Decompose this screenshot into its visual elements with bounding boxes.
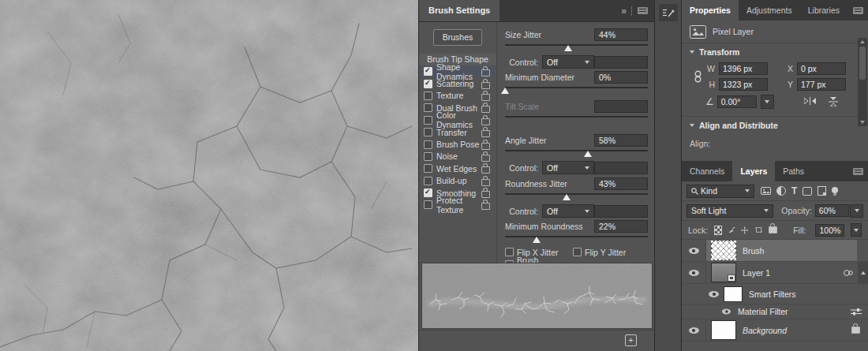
flip-vertical-icon[interactable] — [829, 97, 838, 106]
lock-image-pixels-icon[interactable] — [728, 226, 735, 234]
lock-all-icon[interactable] — [769, 226, 777, 233]
link-dimensions-icon[interactable] — [694, 70, 702, 83]
checkbox[interactable] — [424, 140, 432, 149]
brush-option-noise[interactable]: Noise — [419, 151, 496, 162]
lock-icon[interactable] — [481, 203, 490, 210]
lock-icon[interactable] — [481, 118, 490, 125]
visibility-eye-icon[interactable] — [689, 327, 699, 334]
panel-menu-icon[interactable] — [853, 7, 863, 14]
slider-thumb[interactable] — [501, 88, 509, 94]
size-control-dropdown[interactable]: Off — [542, 55, 594, 69]
filter-blend-options-icon[interactable] — [851, 308, 862, 316]
visibility-eye-icon[interactable] — [709, 291, 719, 297]
lock-transparent-pixels-icon[interactable] — [714, 226, 722, 235]
tab-paths[interactable]: Paths — [775, 161, 812, 181]
fill-input[interactable]: 100% — [815, 224, 844, 237]
filter-smart-objects-icon[interactable] — [817, 186, 826, 196]
visibility-eye-icon[interactable] — [689, 248, 699, 254]
brush-option-texture[interactable]: Texture — [419, 90, 496, 102]
lock-icon[interactable] — [481, 82, 490, 89]
filter-adjustment-layers-icon[interactable] — [776, 186, 786, 196]
layer-thumbnail[interactable] — [711, 241, 736, 260]
checkbox[interactable] — [424, 164, 432, 173]
checkbox[interactable] — [424, 80, 432, 88]
flip-y-checkbox[interactable] — [573, 248, 582, 256]
lock-icon[interactable] — [481, 106, 490, 113]
scrollbar-thumb[interactable] — [859, 47, 866, 80]
brush-option-color-dynamics[interactable]: Color Dynamics — [419, 114, 496, 126]
lock-icon[interactable] — [481, 191, 490, 198]
lock-icon[interactable] — [481, 69, 490, 77]
lock-icon[interactable] — [481, 94, 490, 101]
rotation-angle-input[interactable]: 0.00° — [717, 95, 757, 108]
flip-horizontal-icon[interactable] — [804, 97, 816, 105]
checkbox[interactable] — [424, 177, 432, 185]
layer-row-material-filter[interactable]: Material Filter — [682, 304, 868, 319]
checkbox[interactable] — [424, 91, 432, 100]
filter-kind-dropdown[interactable]: Kind — [687, 185, 754, 198]
opacity-dropdown-button[interactable] — [850, 204, 863, 218]
lock-icon[interactable] — [481, 155, 490, 162]
height-input[interactable]: 1323 px — [719, 78, 768, 91]
angle-jitter-value[interactable]: 58% — [594, 134, 648, 147]
tab-adjustments[interactable]: Adjustments — [739, 0, 800, 21]
slider-thumb[interactable] — [533, 237, 541, 243]
checkbox[interactable] — [424, 128, 432, 136]
slider-thumb[interactable] — [584, 151, 592, 157]
checkbox[interactable] — [424, 116, 432, 125]
tab-channels[interactable]: Channels — [682, 161, 732, 181]
filter-pixel-layers-icon[interactable] — [761, 187, 771, 195]
brush-settings-dock-icon[interactable] — [659, 4, 678, 21]
slider-thumb[interactable] — [563, 194, 571, 200]
roundness-jitter-value[interactable]: 43% — [594, 177, 648, 190]
layer-row-smart-filters[interactable]: Smart Filters — [682, 284, 868, 304]
angle-control-dropdown[interactable]: Off — [542, 161, 594, 174]
collapse-panel-icon[interactable]: » — [621, 6, 626, 17]
layer-row-background[interactable]: Background — [682, 319, 868, 342]
filter-name[interactable]: Material Filter — [738, 307, 788, 316]
lock-position-icon[interactable] — [741, 226, 748, 235]
lock-artboard-icon[interactable] — [755, 226, 762, 234]
document-canvas[interactable] — [0, 0, 418, 351]
blend-mode-dropdown[interactable]: Soft Light — [687, 204, 773, 218]
flip-x-checkbox[interactable] — [505, 248, 514, 256]
brush-option-wet-edges[interactable]: Wet Edges — [419, 162, 496, 174]
layer-thumbnail[interactable] — [711, 320, 736, 340]
minimum-roundness-slider[interactable] — [505, 233, 648, 245]
checkbox[interactable] — [424, 200, 432, 209]
tab-libraries[interactable]: Libraries — [800, 0, 847, 21]
smart-filter-icon[interactable] — [843, 269, 854, 277]
y-input[interactable]: 177 px — [797, 78, 846, 91]
layer-name[interactable]: Layer 1 — [743, 268, 770, 278]
x-input[interactable]: 0 px — [797, 62, 846, 75]
smart-filters-thumbnail[interactable] — [724, 286, 743, 302]
properties-scrollbar[interactable] — [858, 38, 867, 126]
filter-type-layers-icon[interactable]: T — [791, 187, 797, 195]
minimum-roundness-value[interactable]: 22% — [594, 220, 648, 233]
lock-icon[interactable] — [481, 143, 490, 150]
align-distribute-section-header[interactable]: Align and Distribute — [682, 117, 868, 134]
fill-dropdown-button[interactable] — [851, 223, 862, 237]
tab-layers[interactable]: Layers — [732, 161, 775, 181]
minimum-diameter-value[interactable]: 0% — [594, 71, 648, 84]
lock-icon[interactable] — [481, 179, 490, 186]
layer-filter-toggle-icon[interactable] — [832, 187, 838, 193]
collapse-smart-filters-button[interactable] — [858, 262, 868, 283]
layer-row-layer-1[interactable]: Layer 1 — [682, 262, 868, 284]
checkbox[interactable] — [424, 189, 432, 197]
angle-jitter-slider[interactable] — [505, 147, 648, 159]
lock-icon[interactable] — [481, 130, 490, 137]
tab-properties[interactable]: Properties — [682, 0, 739, 21]
visibility-eye-icon[interactable] — [689, 270, 699, 276]
scroll-down-arrow[interactable] — [860, 121, 865, 124]
layer-thumbnail[interactable] — [711, 263, 736, 282]
brush-option-shape-dynamics[interactable]: Shape Dynamics — [419, 65, 496, 77]
checkbox[interactable] — [424, 67, 432, 76]
new-brush-button[interactable]: + — [625, 334, 637, 346]
tab-brush-settings[interactable]: Brush Settings — [419, 0, 499, 21]
brush-option-build-up[interactable]: Build-up — [419, 175, 496, 187]
filter-shape-layers-icon[interactable] — [803, 187, 812, 196]
checkbox[interactable] — [424, 103, 432, 112]
brush-option-protect-texture[interactable]: Protect Texture — [419, 199, 496, 211]
opacity-input[interactable]: 60% — [815, 204, 849, 217]
